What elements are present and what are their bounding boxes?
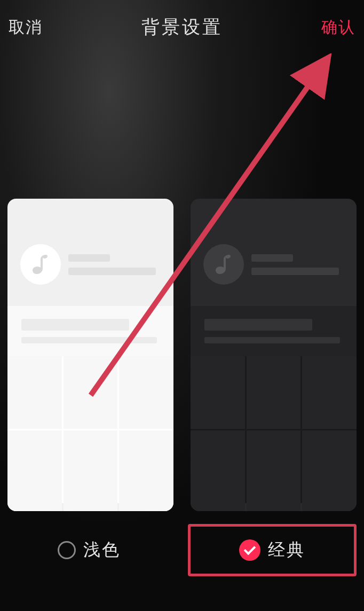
grid-cell xyxy=(7,356,62,429)
theme-card-dark[interactable] xyxy=(191,199,357,511)
grid-cell xyxy=(7,503,62,511)
card-grid-bottom-dark xyxy=(191,503,357,511)
theme-card-light[interactable] xyxy=(7,199,173,511)
grid-cell xyxy=(191,430,245,503)
music-note-icon xyxy=(31,254,50,275)
grid-cell xyxy=(64,503,118,511)
grid-cell xyxy=(247,356,301,429)
grid-cell xyxy=(247,503,301,511)
grid-cell xyxy=(119,503,173,511)
header: 取消 背景设置 确认 xyxy=(0,0,364,54)
profile-lines xyxy=(68,254,161,275)
grid-cell xyxy=(191,503,245,511)
cancel-button[interactable]: 取消 xyxy=(9,17,43,38)
grid-cell xyxy=(64,356,118,429)
page-title: 背景设置 xyxy=(141,15,223,40)
checkmark-icon xyxy=(244,543,256,555)
grid-cell xyxy=(119,430,173,503)
card-header-light xyxy=(7,199,173,306)
theme-labels-container: 浅色 经典 xyxy=(0,524,364,576)
confirm-button[interactable]: 确认 xyxy=(321,17,355,38)
grid-cell xyxy=(7,430,62,503)
avatar-placeholder xyxy=(20,244,61,285)
grid-cell xyxy=(302,356,357,429)
profile-lines xyxy=(251,254,344,275)
grid-cell xyxy=(191,356,245,429)
line-placeholder xyxy=(251,268,339,275)
content-line xyxy=(204,337,340,343)
theme-label-dark[interactable]: 经典 xyxy=(188,524,357,576)
card-content-dark xyxy=(191,306,357,356)
grid-cell xyxy=(119,356,173,429)
content-line xyxy=(21,319,129,331)
radio-checked-icon xyxy=(239,539,260,561)
grid-cell xyxy=(302,430,357,503)
grid-cell xyxy=(64,430,118,503)
theme-light-label: 浅色 xyxy=(83,538,121,562)
grid-cell xyxy=(247,430,301,503)
line-placeholder xyxy=(68,254,110,262)
line-placeholder xyxy=(68,268,156,275)
card-grid-dark xyxy=(191,356,357,503)
theme-options-container xyxy=(0,199,364,511)
content-line xyxy=(21,337,157,343)
avatar-placeholder xyxy=(203,244,244,285)
card-header-dark xyxy=(191,199,357,306)
grid-cell xyxy=(302,503,357,511)
content-line xyxy=(204,319,312,331)
theme-label-light[interactable]: 浅色 xyxy=(7,524,171,576)
line-placeholder xyxy=(251,254,293,262)
theme-dark-label: 经典 xyxy=(268,538,305,562)
card-grid-bottom-light xyxy=(7,503,173,511)
card-grid-light xyxy=(7,356,173,503)
radio-unchecked-icon xyxy=(58,541,76,559)
card-content-light xyxy=(7,306,173,356)
music-note-icon xyxy=(214,254,233,275)
